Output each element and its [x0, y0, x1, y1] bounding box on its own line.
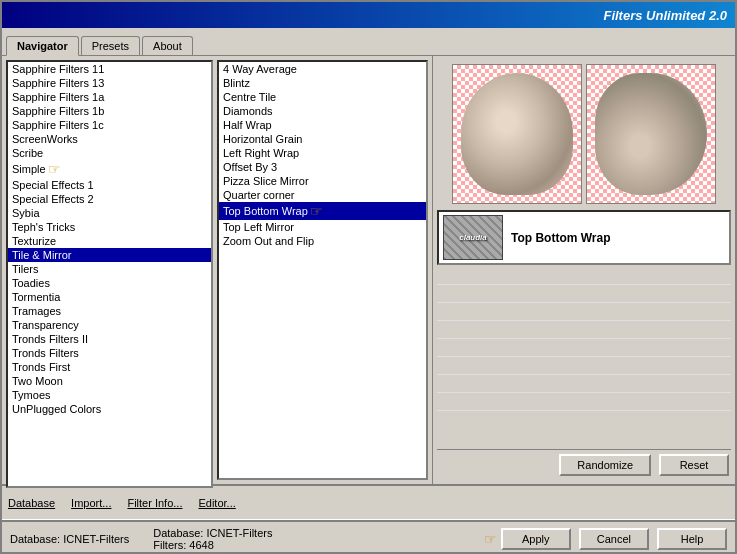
filter-item[interactable]: Diamonds — [219, 104, 426, 118]
cursor-indicator-2: ☞ — [310, 203, 323, 219]
tab-about[interactable]: About — [142, 36, 193, 55]
list-item[interactable]: Scribe — [8, 146, 211, 160]
list-item[interactable]: Sapphire Filters 1b — [8, 104, 211, 118]
list-item[interactable]: ScreenWorks — [8, 132, 211, 146]
filter-thumbnail: claudia — [443, 215, 503, 260]
list-item[interactable]: Sapphire Filters 1c — [8, 118, 211, 132]
list-item[interactable]: Tronds First — [8, 360, 211, 374]
list-item[interactable]: Special Effects 2 — [8, 192, 211, 206]
toolbar-row: Database Import... Filter Info... Editor… — [2, 484, 735, 520]
list-item[interactable]: Two Moon — [8, 374, 211, 388]
filter-item-selected[interactable]: Top Bottom Wrap ☞ — [219, 202, 426, 220]
preview-panel: claudia Top Bottom Wrap Randomize Reset — [432, 56, 735, 484]
db-value-text: ICNET-Filters — [63, 533, 129, 545]
filter-info-row: claudia Top Bottom Wrap — [437, 210, 731, 265]
list-item[interactable]: Toadies — [8, 276, 211, 290]
filters-label-text: Filters: — [153, 539, 186, 551]
category-list[interactable]: Sapphire Filters 11 Sapphire Filters 13 … — [6, 60, 213, 488]
db-value: ICNET-Filters — [206, 527, 272, 539]
filter-item[interactable]: 4 Way Average — [219, 62, 426, 76]
filter-item[interactable]: Top Left Mirror — [219, 220, 426, 234]
list-item[interactable]: Tilers — [8, 262, 211, 276]
list-item[interactable]: Tramages — [8, 304, 211, 318]
list-item[interactable]: Texturize — [8, 234, 211, 248]
list-item-selected[interactable]: Tile & Mirror — [8, 248, 211, 262]
list-item[interactable]: Transparency — [8, 318, 211, 332]
db-label: Database: — [153, 527, 203, 539]
apply-cursor-indicator: ☞ — [484, 531, 497, 547]
filter-column: 4 Way Average Blintz Centre Tile Diamond… — [217, 56, 432, 484]
filter-item[interactable]: Zoom Out and Flip — [219, 234, 426, 248]
filter-item[interactable]: Pizza Slice Mirror — [219, 174, 426, 188]
filter-item[interactable]: Horizontal Grain — [219, 132, 426, 146]
list-item[interactable]: Sapphire Filters 1a — [8, 90, 211, 104]
list-item[interactable]: Tormentia — [8, 290, 211, 304]
apply-button[interactable]: Apply — [501, 528, 571, 550]
filter-item[interactable]: Centre Tile — [219, 90, 426, 104]
preview-image-left — [452, 64, 582, 204]
filter-item[interactable]: Left Right Wrap — [219, 146, 426, 160]
filter-item[interactable]: Offset By 3 — [219, 160, 426, 174]
tab-navigator[interactable]: Navigator — [6, 36, 79, 56]
tab-presets[interactable]: Presets — [81, 36, 140, 55]
filters-info: Filters: 4648 — [153, 539, 474, 551]
empty-row — [437, 339, 731, 357]
list-item[interactable]: Tymoes — [8, 388, 211, 402]
database-info: Database: ICNET-Filters — [153, 527, 474, 539]
category-column: Sapphire Filters 11 Sapphire Filters 13 … — [2, 56, 217, 484]
main-content: Sapphire Filters 11 Sapphire Filters 13 … — [2, 56, 735, 484]
cursor-indicator: ☞ — [48, 161, 61, 177]
status-bar: Database: ICNET-Filters Database: ICNET-… — [2, 520, 735, 554]
editor-button[interactable]: Editor... — [198, 497, 235, 509]
list-item[interactable]: Special Effects 1 — [8, 178, 211, 192]
filter-list[interactable]: 4 Way Average Blintz Centre Tile Diamond… — [217, 60, 428, 480]
list-item[interactable]: Simple ☞ — [8, 160, 211, 178]
filter-item[interactable]: Blintz — [219, 76, 426, 90]
list-item[interactable]: UnPlugged Colors — [8, 402, 211, 416]
empty-row — [437, 321, 731, 339]
list-item[interactable]: Tronds Filters II — [8, 332, 211, 346]
tab-bar: Navigator Presets About — [2, 28, 735, 56]
list-item[interactable]: Tronds Filters — [8, 346, 211, 360]
empty-row — [437, 393, 731, 411]
empty-row — [437, 375, 731, 393]
empty-row — [437, 285, 731, 303]
list-item[interactable]: Sapphire Filters 11 — [8, 62, 211, 76]
randomize-button[interactable]: Randomize — [559, 454, 651, 476]
empty-rows-area — [437, 267, 731, 449]
empty-row — [437, 303, 731, 321]
db-label-text: Database: — [10, 533, 60, 545]
randomize-reset-row: Randomize Reset — [437, 449, 731, 480]
empty-row — [437, 357, 731, 375]
cancel-button[interactable]: Cancel — [579, 528, 649, 550]
database-button[interactable]: Database — [8, 497, 55, 509]
filter-info-button[interactable]: Filter Info... — [127, 497, 182, 509]
database-label: Database: ICNET-Filters — [10, 533, 129, 545]
empty-row — [437, 267, 731, 285]
app-title: Filters Unlimited 2.0 — [603, 8, 727, 23]
preview-image-right — [586, 64, 716, 204]
list-item[interactable]: Sybia — [8, 206, 211, 220]
filters-count: 4648 — [189, 539, 213, 551]
title-bar: Filters Unlimited 2.0 — [2, 2, 735, 28]
apply-button-wrapper: ☞ Apply — [482, 528, 571, 550]
filter-name-display: Top Bottom Wrap — [511, 231, 611, 245]
help-button[interactable]: Help — [657, 528, 727, 550]
reset-button[interactable]: Reset — [659, 454, 729, 476]
filter-item[interactable]: Half Wrap — [219, 118, 426, 132]
list-item[interactable]: Sapphire Filters 13 — [8, 76, 211, 90]
preview-inner-right — [595, 73, 707, 195]
preview-images-area — [437, 60, 731, 208]
filter-item[interactable]: Quarter corner — [219, 188, 426, 202]
status-info: Database: ICNET-Filters Filters: 4648 — [153, 527, 474, 551]
preview-inner-left — [461, 73, 573, 195]
import-button[interactable]: Import... — [71, 497, 111, 509]
list-item[interactable]: Teph's Tricks — [8, 220, 211, 234]
thumb-text: claudia — [459, 233, 487, 242]
